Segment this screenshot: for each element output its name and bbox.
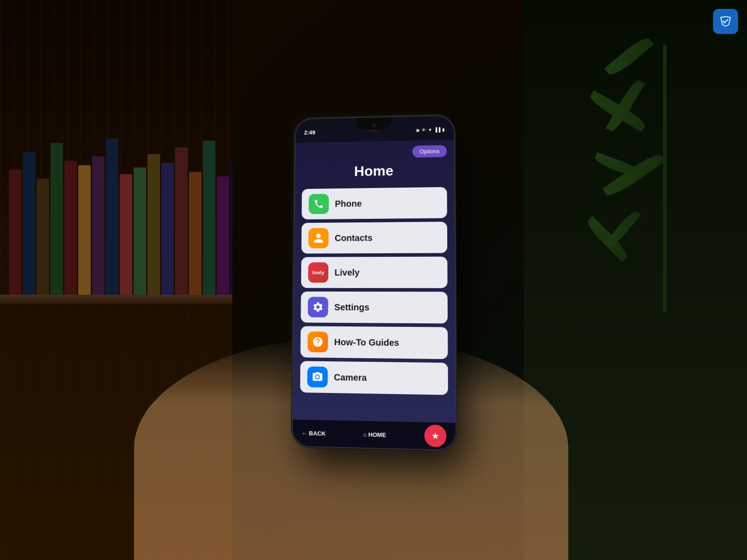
menu-item-howto[interactable]: How-To Guides [300,326,448,359]
menu-list: Phone Contacts lively Livel [293,187,455,423]
phone-label: Phone [335,198,362,209]
settings-icon [308,297,328,318]
wifi-icon: ▼ [428,127,432,132]
contacts-icon [308,228,328,248]
signal-icon: ▐▐ [434,127,440,132]
howto-icon [307,331,328,352]
status-bar: 2:49 ◉ 👁 ▼ ▐▐ ▮ [295,116,454,143]
lively-label: Lively [335,267,360,278]
battery-icon: ▮ [442,127,445,132]
phone-device-wrapper: 2:49 ◉ 👁 ▼ ▐▐ ▮ Options Home [293,116,456,450]
phone-screen: Options Home Phone [293,140,456,450]
howto-label: How-To Guides [334,337,399,348]
back-button[interactable]: ← BACK [302,430,326,437]
status-icons: ◉ 👁 ▼ ▐▐ ▮ [416,127,445,133]
bottom-navigation: ← BACK ⌂ HOME ★ [293,419,456,450]
phone-icon [309,194,329,214]
home-button[interactable]: ⌂ HOME [363,431,386,439]
menu-item-settings[interactable]: Settings [301,292,448,324]
camera-icon [307,367,328,388]
watermark-badge [713,9,738,34]
phone-device: 2:49 ◉ 👁 ▼ ▐▐ ▮ Options Home [293,116,456,450]
camera-label: Camera [334,372,367,383]
notch-cutout [356,117,391,130]
menu-item-lively[interactable]: lively Lively [301,257,448,288]
options-button[interactable]: Options [412,145,447,158]
urgent-icon: ★ [431,430,440,441]
menu-item-phone[interactable]: Phone [302,187,447,220]
settings-label: Settings [334,302,369,312]
watermark-icon [718,13,734,29]
lively-icon-text: lively [312,270,324,275]
contacts-label: Contacts [335,233,373,243]
status-time: 2:49 [304,129,315,136]
menu-item-camera[interactable]: Camera [300,361,448,395]
eye-icon: 👁 [422,128,426,133]
urgent-button[interactable]: ★ [424,425,447,447]
location-icon: ◉ [416,128,420,133]
front-camera [372,124,376,127]
menu-item-contacts[interactable]: Contacts [301,221,447,253]
lively-icon: lively [308,262,328,283]
